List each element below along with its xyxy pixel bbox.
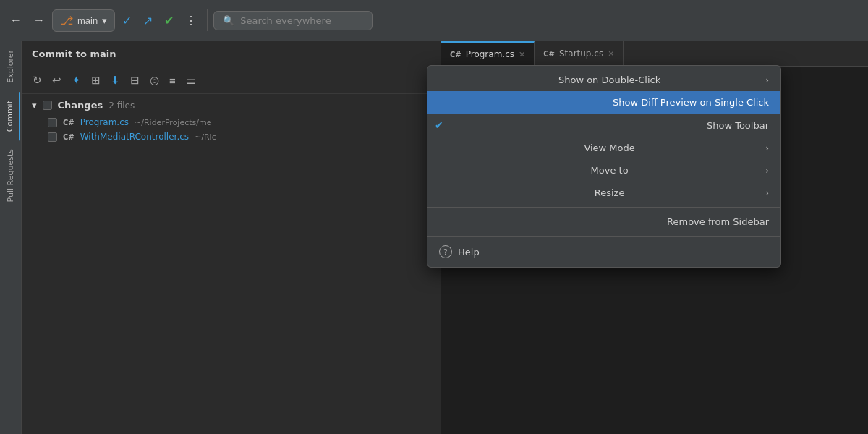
refresh-button[interactable]: ↻ <box>29 72 46 89</box>
submenu-arrow-icon-4: › <box>765 188 769 198</box>
commit-header: Commit to main <box>22 41 441 67</box>
branch-name: main <box>77 15 98 26</box>
branch-icon: ⎇ <box>60 14 73 27</box>
vcs-button-2[interactable]: ↗ <box>139 11 157 30</box>
sidebar-item-explorer[interactable]: Explorer <box>1 41 20 92</box>
chevron-down-icon: ▾ <box>102 15 107 26</box>
search-bar[interactable]: 🔍 Search everywhere <box>213 11 373 30</box>
menu-item-remove-sidebar[interactable]: Remove from Sidebar <box>427 210 780 233</box>
tab-label-1: Program.cs <box>466 49 514 59</box>
submenu-arrow-icon-3: › <box>765 166 769 176</box>
vcs-button-1[interactable]: ✓ <box>118 11 136 30</box>
menu-separator-2 <box>427 236 780 237</box>
file-count: 2 files <box>109 101 135 111</box>
vcs-button-3[interactable]: ✔ <box>160 11 178 30</box>
submenu-arrow-icon-2: › <box>765 143 769 153</box>
top-toolbar: ← → ⎇ main ▾ ✓ ↗ ✔ ⋮ 🔍 Search everywhere <box>0 0 868 41</box>
more-actions-button[interactable]: ⋮ <box>181 11 201 30</box>
file-type-icon-2: C# <box>63 133 75 141</box>
menu-item-label-4: View Mode <box>584 142 634 153</box>
tab-program-cs[interactable]: C# Program.cs ✕ <box>441 41 535 66</box>
undo-button[interactable]: ↩ <box>48 72 65 89</box>
tabs-bar: C# Program.cs ✕ C# Startup.cs ✕ <box>441 41 868 67</box>
menu-separator <box>427 207 780 208</box>
group-button[interactable]: ⊟ <box>127 72 143 89</box>
search-placeholder-text: Search everywhere <box>240 15 331 26</box>
sidebar-strip: Explorer Commit Pull Requests <box>0 41 22 434</box>
commit-panel: Commit to main ↻ ↩ ✦ ⊞ ⬇ ⊟ ◎ ≡ ⚌ ▾ Chang… <box>22 41 441 434</box>
tab-startup-cs[interactable]: C# Startup.cs ✕ <box>535 41 624 66</box>
menu-item-help[interactable]: ? Help <box>427 239 780 264</box>
tab-close-1[interactable]: ✕ <box>519 50 525 59</box>
menu-item-show-diff-preview[interactable]: Show Diff Preview on Single Click <box>427 91 780 114</box>
file-path-1: ~/RiderProjects/me <box>135 118 211 127</box>
context-menu: Show on Double-Click › Show Diff Preview… <box>427 65 781 268</box>
menu-item-move-to[interactable]: Move to › <box>427 159 780 182</box>
menu-item-label: Show on Double-Click <box>558 75 660 85</box>
tab-label-2: Startup.cs <box>559 48 603 59</box>
back-button[interactable]: ← <box>6 11 26 30</box>
changes-header: ▾ Changes 2 files <box>32 100 430 111</box>
sort-button[interactable]: ≡ <box>166 72 179 89</box>
menu-item-label-2: Show Diff Preview on Single Click <box>613 97 769 108</box>
menu-item-label-6: Resize <box>595 187 625 198</box>
sidebar-item-pull-requests[interactable]: Pull Requests <box>1 140 20 210</box>
menu-item-resize[interactable]: Resize › <box>427 182 780 204</box>
expand-icon: ▾ <box>32 100 37 111</box>
toolbar-divider <box>207 9 208 31</box>
forward-button[interactable]: → <box>29 11 49 30</box>
menu-item-show-toolbar[interactable]: ✔ Show Toolbar <box>427 114 780 137</box>
file-name-2: WithMediatRController.cs <box>80 132 189 142</box>
filter-button[interactable]: ⚌ <box>182 72 199 89</box>
branch-selector[interactable]: ⎇ main ▾ <box>52 9 115 32</box>
file-type-icon-1: C# <box>63 119 75 127</box>
changes-label: Changes <box>58 100 103 111</box>
menu-item-label-3: Show Toolbar <box>707 120 769 131</box>
menu-item-label-5: Move to <box>591 165 629 176</box>
help-icon: ? <box>439 245 452 258</box>
tab-close-2[interactable]: ✕ <box>608 49 614 59</box>
menu-item-show-double-click[interactable]: Show on Double-Click › <box>427 69 780 91</box>
commit-toolbar: ↻ ↩ ✦ ⊞ ⬇ ⊟ ◎ ≡ ⚌ <box>22 67 441 94</box>
search-icon: 🔍 <box>223 15 234 26</box>
submenu-arrow-icon: › <box>765 75 769 85</box>
file-item-program[interactable]: C# Program.cs ~/RiderProjects/me <box>43 115 430 129</box>
file-checkbox-1[interactable] <box>48 118 57 127</box>
file-item-controller[interactable]: C# WithMediatRController.cs ~/Ric <box>43 129 430 144</box>
eye-button[interactable]: ◎ <box>146 72 163 89</box>
file-path-2: ~/Ric <box>195 132 216 142</box>
tab-type-icon-2: C# <box>543 50 555 58</box>
sidebar-item-commit[interactable]: Commit <box>1 92 20 140</box>
check-icon: ✔ <box>435 119 449 131</box>
menu-item-label-8: Help <box>458 247 480 258</box>
menu-item-label-7: Remove from Sidebar <box>667 216 769 227</box>
menu-item-view-mode[interactable]: View Mode › <box>427 137 780 159</box>
commit-title: Commit to main <box>32 48 116 59</box>
stage-button[interactable]: ⊞ <box>88 72 104 89</box>
file-name-1: Program.cs <box>80 117 129 127</box>
update-button[interactable]: ⬇ <box>107 72 124 89</box>
file-checkbox-2[interactable] <box>48 132 57 142</box>
changes-section: ▾ Changes 2 files C# Program.cs ~/RiderP… <box>22 94 441 150</box>
diff-button[interactable]: ✦ <box>68 72 85 89</box>
tab-type-icon-1: C# <box>450 51 461 59</box>
changes-checkbox[interactable] <box>43 101 52 110</box>
